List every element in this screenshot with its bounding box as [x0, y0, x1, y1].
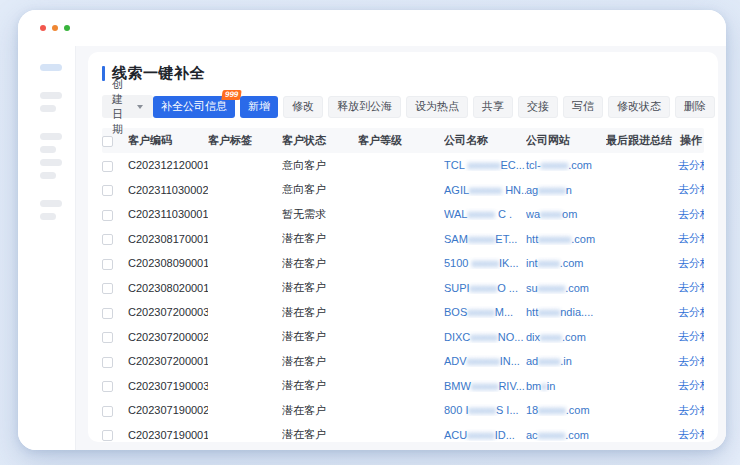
table-row: C202311030002 意向客户 AGILxxxxxx HN... agxx…	[102, 178, 704, 203]
row-checkbox[interactable]	[102, 308, 113, 319]
add-button[interactable]: 新增	[240, 96, 278, 118]
company-name[interactable]: AGILxxxxxx HN...	[444, 184, 526, 196]
customer-code: C202307200002	[128, 331, 208, 343]
table-row: C202308090001 潜在客户 5100 xxxxxIK... intxx…	[102, 251, 704, 276]
company-website[interactable]: suxxxxx.com	[526, 282, 606, 294]
select-all-checkbox[interactable]	[102, 136, 113, 147]
row-checkbox[interactable]	[102, 381, 113, 392]
close-window-button[interactable]	[40, 25, 46, 31]
change-status-button[interactable]: 修改状态	[608, 96, 670, 118]
toolbar: 创建日期 补全公司信息 999 新增 修改 释放到公海 设为热点 共享	[102, 95, 704, 118]
table-row: C202308020001 潜在客户 SUPIxxxxxO ... suxxxx…	[102, 276, 704, 301]
company-name[interactable]: BOSxxxxxM...	[444, 306, 526, 318]
set-hotspot-button[interactable]: 设为热点	[406, 96, 468, 118]
analyze-customer-link[interactable]: 去分析客户	[678, 404, 704, 416]
row-checkbox[interactable]	[102, 259, 113, 270]
row-checkbox[interactable]	[102, 332, 113, 343]
customer-status: 潜在客户	[282, 280, 358, 295]
minimize-window-button[interactable]	[52, 25, 58, 31]
analyze-customer-link[interactable]: 去分析客户	[678, 183, 704, 195]
row-checkbox[interactable]	[102, 161, 113, 172]
company-name[interactable]: SUPIxxxxxO ...	[444, 282, 526, 294]
analyze-customer-link[interactable]: 去分析客户	[678, 281, 704, 293]
count-badge: 999	[221, 90, 242, 100]
analyze-customer-link[interactable]: 去分析客户	[678, 330, 704, 342]
customer-code: C202311030002	[128, 184, 208, 196]
customer-status: 暂无需求	[282, 207, 358, 222]
app-window: 线索一键补全 创建日期 补全公司信息 999 新增 修改	[18, 10, 726, 450]
sidebar-placeholder-bar	[40, 172, 56, 179]
row-checkbox[interactable]	[102, 406, 113, 417]
delete-button[interactable]: 删除	[675, 96, 715, 118]
company-website[interactable]: httxxxxndia....	[526, 306, 606, 318]
company-website[interactable]: adxxxx.in	[526, 355, 606, 367]
company-website[interactable]: waxxxxom	[526, 208, 606, 220]
write-email-button[interactable]: 写信	[563, 96, 603, 118]
row-checkbox[interactable]	[102, 234, 113, 245]
handover-button[interactable]: 交接	[518, 96, 558, 118]
company-website[interactable]: agxxxxxn	[526, 184, 606, 196]
col-header-customer-status: 客户状态	[282, 133, 358, 148]
company-website[interactable]: httxxxxxx.com	[526, 233, 606, 245]
company-website[interactable]: intxxxx.com	[526, 257, 606, 269]
company-website[interactable]: 18xxxxx.com	[526, 404, 606, 416]
company-website[interactable]: bmxin	[526, 380, 606, 392]
customer-code: C202308020001	[128, 282, 208, 294]
company-name[interactable]: TCL xxxxxxEC...	[444, 159, 526, 171]
company-name[interactable]: ACUxxxxxID...	[444, 429, 526, 441]
edit-button[interactable]: 修改	[283, 96, 323, 118]
company-name[interactable]: WALxxxxx C .	[444, 208, 526, 220]
customer-code: C202307190002	[128, 404, 208, 416]
customer-status: 潜在客户	[282, 403, 358, 418]
leads-card: 线索一键补全 创建日期 补全公司信息 999 新增 修改	[88, 52, 718, 442]
col-header-company-name: 公司名称	[444, 133, 526, 148]
row-checkbox[interactable]	[102, 357, 113, 368]
create-date-filter[interactable]: 创建日期	[102, 95, 153, 118]
analyze-customer-link[interactable]: 去分析客户	[678, 159, 704, 171]
company-name[interactable]: ADVxxxxxxIN...	[444, 355, 526, 367]
analyze-customer-link[interactable]: 去分析客户	[678, 428, 704, 440]
table-row: C202308170001 潜在客户 SAMxxxxxET... httxxxx…	[102, 227, 704, 252]
customer-status: 潜在客户	[282, 354, 358, 369]
sidebar-active-item[interactable]	[40, 64, 62, 71]
customer-code: C202307190003	[128, 380, 208, 392]
table-header-row: 客户编码 客户标签 客户状态 客户等级 公司名称 公司网站 最后跟进总结 操作	[102, 128, 704, 153]
company-name[interactable]: SAMxxxxxET...	[444, 233, 526, 245]
release-to-pool-button[interactable]: 释放到公海	[328, 96, 401, 118]
row-checkbox[interactable]	[102, 185, 113, 196]
company-website[interactable]: dixxxxx.com	[526, 331, 606, 343]
sidebar-placeholder-bar	[40, 133, 62, 140]
complete-company-info-label: 补全公司信息	[161, 99, 227, 114]
row-checkbox[interactable]	[102, 210, 113, 221]
analyze-customer-link[interactable]: 去分析客户	[678, 257, 704, 269]
company-name[interactable]: DIXCxxxxxNO...	[444, 331, 526, 343]
company-name[interactable]: 800 IxxxxxS I...	[444, 404, 526, 416]
maximize-window-button[interactable]	[64, 25, 70, 31]
row-checkbox[interactable]	[102, 430, 113, 441]
table-row: C202307190001 潜在客户 ACUxxxxxID... acxxxxx…	[102, 423, 704, 443]
table-row: C202307190002 潜在客户 800 IxxxxxS I... 18xx…	[102, 398, 704, 423]
sidebar-placeholder-bar	[40, 213, 56, 220]
company-name[interactable]: 5100 xxxxxIK...	[444, 257, 526, 269]
customer-status: 意向客户	[282, 158, 358, 173]
col-header-actions: 操作	[678, 133, 704, 148]
analyze-customer-link[interactable]: 去分析客户	[678, 379, 704, 391]
sidebar-placeholder-bar	[40, 92, 62, 99]
table-row: C202307200002 潜在客户 DIXCxxxxxNO... dixxxx…	[102, 325, 704, 350]
analyze-customer-link[interactable]: 去分析客户	[678, 232, 704, 244]
table-row: C202311030001 暂无需求 WALxxxxx C . waxxxxom…	[102, 202, 704, 227]
sidebar-nav	[18, 46, 76, 450]
row-checkbox[interactable]	[102, 283, 113, 294]
analyze-customer-link[interactable]: 去分析客户	[678, 306, 704, 318]
analyze-customer-link[interactable]: 去分析客户	[678, 355, 704, 367]
share-button[interactable]: 共享	[473, 96, 513, 118]
chevron-down-icon	[137, 105, 143, 109]
customer-code: C202307200001	[128, 355, 208, 367]
company-name[interactable]: BMWxxxxxRIV...	[444, 380, 526, 392]
company-website[interactable]: tcl-xxxxx.com	[526, 159, 606, 171]
company-website[interactable]: acxxxxx.com	[526, 429, 606, 441]
complete-company-info-button[interactable]: 补全公司信息 999	[153, 96, 235, 118]
analyze-customer-link[interactable]: 去分析客户	[678, 208, 704, 220]
customer-status: 潜在客户	[282, 256, 358, 271]
customer-code: C202312120001	[128, 159, 208, 171]
